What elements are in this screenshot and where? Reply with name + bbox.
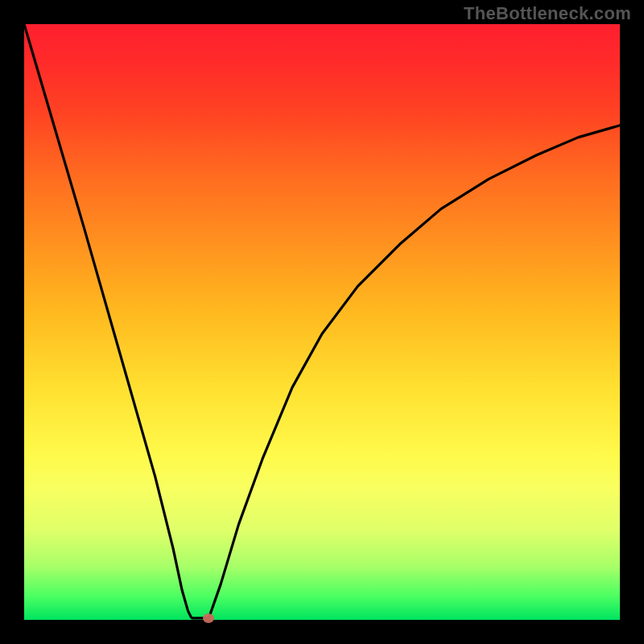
watermark-text: TheBottleneck.com <box>464 3 631 24</box>
chart-frame: TheBottleneck.com <box>0 0 644 644</box>
curve-svg <box>24 24 620 620</box>
bottleneck-curve <box>24 24 620 618</box>
plot-area <box>24 24 620 620</box>
minimum-marker <box>203 613 214 623</box>
